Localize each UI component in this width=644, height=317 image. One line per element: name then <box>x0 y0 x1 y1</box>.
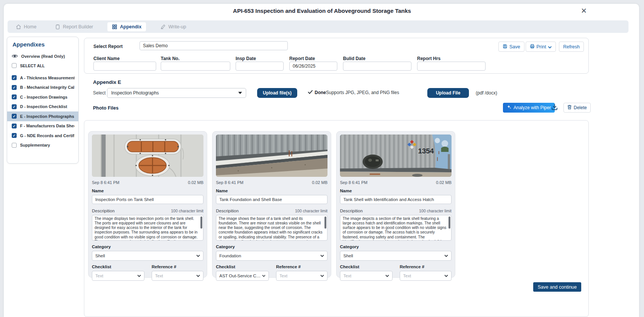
file-types-note: (pdf /docx) <box>476 90 497 96</box>
description-head: Descripition 100 character limit <box>92 209 203 213</box>
dropdown-triangle-icon <box>238 92 242 94</box>
upload-files-button[interactable]: Upload file(s) <box>257 88 297 98</box>
reference-select[interactable]: Text <box>152 271 203 281</box>
chevron-down-icon <box>444 275 448 277</box>
appendix-type-value: Inspection Photographs <box>111 90 159 96</box>
category-select[interactable]: Foundation <box>216 251 327 261</box>
pencil-icon <box>160 24 166 29</box>
scrollbar-thumb[interactable] <box>448 216 450 229</box>
description-wrap: The image shows the base of a tank shell… <box>216 215 327 241</box>
sidebar-item-supplementary[interactable]: Supplementary <box>7 141 78 150</box>
reference-select[interactable]: Text <box>276 271 327 281</box>
photo-size: 0.02 MB <box>188 180 203 185</box>
category-label: Category <box>216 244 327 249</box>
checkbox-appendix-d[interactable] <box>12 104 17 109</box>
tab-write-up[interactable]: Write-up <box>156 22 191 31</box>
checkbox-appendix-c[interactable] <box>12 94 17 99</box>
download-button[interactable] <box>549 102 560 113</box>
checklist-reference-row: Checklist Text Reference # Text <box>340 264 452 281</box>
download-icon <box>551 104 558 112</box>
delete-button[interactable]: Delete <box>563 103 591 113</box>
report-hrs-input[interactable] <box>417 62 486 71</box>
client-name-input[interactable] <box>93 62 156 71</box>
select-all-checkbox[interactable] <box>12 63 17 68</box>
chevron-down-icon <box>320 255 324 257</box>
print-button[interactable]: Print <box>526 42 556 52</box>
photo-card-2: Sep 8 6:41 PM 0.02 MB Name Descripition … <box>212 131 331 278</box>
description-head: Descripition 100 character limit <box>340 209 452 213</box>
save-button[interactable]: Save <box>498 42 525 52</box>
appendix-heading: Appendix E <box>93 79 121 85</box>
photo-description-textarea[interactable]: The image displays two inspection ports … <box>92 215 203 241</box>
done-label: Done <box>315 90 326 95</box>
photo-name-input[interactable] <box>216 195 327 204</box>
appendix-g-label: G - NDE Records and Certificati... <box>20 133 74 138</box>
report-date-input[interactable] <box>289 62 337 71</box>
description-label: Descripition <box>216 209 239 213</box>
photo-name-input[interactable] <box>340 195 452 204</box>
checklist-select[interactable]: Text <box>92 271 144 281</box>
select-report-input[interactable] <box>140 41 288 50</box>
tab-bar: Home Report Builder Appendix Write-up <box>8 20 628 33</box>
photo-inspection-ports <box>92 135 203 177</box>
analyze-with-piper-button[interactable]: Analyze with Piper <box>503 103 555 113</box>
checkbox-appendix-g[interactable] <box>12 133 17 138</box>
category-select[interactable]: Shell <box>340 251 452 261</box>
checklist-label: Checklist <box>216 264 269 269</box>
scrollbar-thumb[interactable] <box>200 216 202 229</box>
sidebar-item-appendix-b[interactable]: B - Mechanical Integrity Calcula... <box>7 83 78 93</box>
insp-date-input[interactable] <box>236 62 284 71</box>
checkbox-appendix-a[interactable] <box>12 75 17 80</box>
photo-card-1: Sep 8 6:41 PM 0.02 MB Name Descripition … <box>88 131 207 278</box>
sidebar-item-appendix-e[interactable]: E - Inspection Photographs <box>7 111 78 121</box>
save-and-continue-button[interactable]: Save and continue <box>533 282 581 292</box>
close-icon[interactable]: ✕ <box>579 5 589 16</box>
photo-meta: Sep 8 6:41 PM 0.02 MB <box>216 180 327 185</box>
tab-report-builder[interactable]: Report Builder <box>51 22 98 31</box>
checkbox-appendix-b[interactable] <box>12 85 17 90</box>
sidebar-title: Appendixes <box>7 41 78 48</box>
description-label: Descripition <box>340 209 363 213</box>
sidebar-item-appendix-a[interactable]: A - Thickness Measurement Rec... <box>7 73 78 83</box>
photo-description-textarea[interactable]: The image shows the base of a tank shell… <box>216 215 327 241</box>
photo-meta: Sep 8 6:41 PM 0.02 MB <box>340 180 452 185</box>
category-select[interactable]: Shell <box>92 251 203 261</box>
tab-home[interactable]: Home <box>11 22 41 31</box>
photo-tank-foundation <box>216 135 327 177</box>
char-limit-label: 100 character limit <box>295 209 327 213</box>
tab-appendix[interactable]: Appendix <box>107 22 146 31</box>
sidebar-item-appendix-f[interactable]: F - Manufacturers Data Sheets <box>7 121 78 131</box>
name-label: Name <box>340 189 452 193</box>
sidebar-item-appendix-d[interactable]: D - Inspection Checklist <box>7 102 78 112</box>
checkbox-appendix-f[interactable] <box>12 124 17 128</box>
category-label: Category <box>340 244 452 249</box>
sidebar-item-overview[interactable]: Overview (Read Only) <box>7 52 78 60</box>
photo-size: 0.02 MB <box>312 180 327 185</box>
appendix-c-label: C - Inspection Drawings <box>20 95 67 99</box>
reference-label: Reference # <box>276 264 327 269</box>
photo-timestamp: Sep 8 6:41 PM <box>92 180 119 185</box>
scrollbar-thumb[interactable] <box>324 216 326 229</box>
appendix-f-label: F - Manufacturers Data Sheets <box>20 124 74 128</box>
sidebar-item-appendix-c[interactable]: C - Inspection Drawings <box>7 92 78 102</box>
appendix-type-select[interactable]: Inspection Photographs <box>107 88 246 98</box>
refresh-button[interactable]: Refresh <box>559 42 584 52</box>
checklist-select[interactable]: Text <box>340 271 393 281</box>
photo-description-textarea[interactable]: The image depicts a section of the tank … <box>340 215 452 241</box>
reference-select[interactable]: Text <box>400 271 452 281</box>
build-date-input[interactable] <box>343 62 411 71</box>
tank-no-input[interactable] <box>161 62 230 71</box>
chevron-down-icon <box>262 275 265 277</box>
checklist-select[interactable]: AST Out-Service Chec... <box>216 271 269 281</box>
photo-card-row: Sep 8 6:41 PM 0.02 MB Name Descripition … <box>88 131 455 278</box>
photo-name-input[interactable] <box>92 195 203 204</box>
floppy-icon <box>503 44 507 50</box>
tab-appendix-label: Appendix <box>120 24 141 29</box>
select-all-row[interactable]: SELECT ALL <box>7 62 78 70</box>
checkbox-appendix-e[interactable] <box>12 114 17 119</box>
checkbox-supplementary[interactable] <box>12 143 17 148</box>
name-label: Name <box>216 189 327 193</box>
trash-icon <box>567 105 572 111</box>
upload-file-button[interactable]: Upload File <box>427 88 469 98</box>
sidebar-item-appendix-g[interactable]: G - NDE Records and Certificati... <box>7 131 78 141</box>
